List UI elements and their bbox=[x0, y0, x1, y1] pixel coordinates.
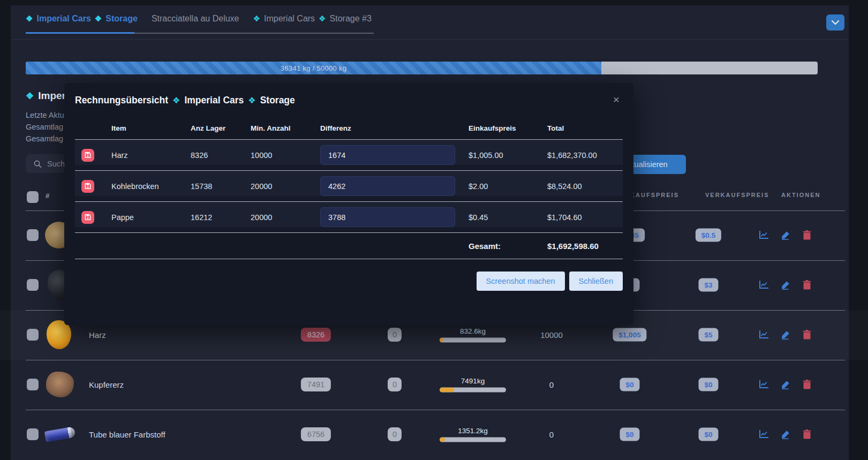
edit-icon[interactable] bbox=[781, 429, 790, 439]
invoice-min-anzahl: 10000 bbox=[251, 151, 320, 160]
close-button[interactable]: Schließen bbox=[569, 272, 623, 291]
weight-label: 7491kg bbox=[461, 377, 485, 385]
chart-icon[interactable] bbox=[759, 429, 769, 439]
invoice-total: $1,682,370.00 bbox=[547, 151, 623, 160]
diamond-icon: ❖ bbox=[95, 14, 102, 24]
row-checkbox[interactable] bbox=[27, 229, 39, 241]
col-item: Item bbox=[111, 124, 191, 132]
dropdown-button[interactable] bbox=[826, 14, 844, 31]
min-stock-value: 10000 bbox=[540, 330, 563, 340]
header-divider bbox=[11, 39, 849, 40]
sale-price-badge: $0 bbox=[698, 378, 718, 391]
save-button[interactable] bbox=[81, 211, 94, 224]
differenz-input[interactable] bbox=[320, 176, 455, 196]
save-button[interactable] bbox=[81, 149, 94, 162]
active-tab-underline bbox=[26, 32, 134, 34]
table-row-kupfererz: Kupfererz 7491 0 7491kg 0 $0 $0 bbox=[0, 360, 868, 410]
chart-icon[interactable] bbox=[759, 230, 769, 240]
modal-title-text: Imperial Cars bbox=[184, 95, 244, 106]
diamond-icon: ❖ bbox=[248, 95, 255, 105]
stock-count-badge: 8326 bbox=[301, 328, 331, 342]
row-checkbox[interactable] bbox=[27, 329, 39, 341]
edit-icon[interactable] bbox=[781, 280, 790, 290]
tab-bar: ❖ Imperial Cars ❖ Storage Stracciatella … bbox=[26, 14, 372, 24]
invoice-einkaufspreis: $1,005.00 bbox=[469, 151, 547, 160]
col-total: Total bbox=[547, 124, 623, 132]
invoice-total: $8,524.00 bbox=[547, 182, 623, 191]
invoice-total: $1,704.60 bbox=[547, 213, 623, 222]
item-name: Tube blauer Farbstoff bbox=[89, 430, 165, 439]
modal-title-text: Storage bbox=[260, 95, 295, 106]
row-checkbox[interactable] bbox=[27, 428, 39, 440]
diamond-icon: ❖ bbox=[172, 95, 180, 105]
weight-label: 1351.2kg bbox=[458, 427, 488, 435]
invoice-row-harz: Harz 8326 10000 $1,005.00 $1,682,370.00 bbox=[75, 140, 623, 171]
min-stock-value: 0 bbox=[549, 380, 554, 389]
column-header-hash: # bbox=[46, 192, 49, 200]
differenz-input[interactable] bbox=[320, 207, 455, 227]
edit-icon[interactable] bbox=[781, 230, 790, 240]
page-title-text: Imper bbox=[38, 90, 66, 102]
tab-imperial-cars-storage-3[interactable]: ❖ Imperial Cars ❖ Storage #3 bbox=[253, 14, 372, 24]
chart-icon[interactable] bbox=[759, 330, 769, 340]
floppy-icon bbox=[85, 214, 91, 221]
weight-cell: 7491kg bbox=[440, 377, 506, 393]
tab-label: Storage #3 bbox=[330, 14, 372, 24]
weight-bar-fill bbox=[440, 338, 443, 343]
save-button[interactable] bbox=[81, 180, 94, 193]
purchase-price-badge: $0 bbox=[620, 428, 639, 441]
col-min-anzahl: Min. Anzahl bbox=[251, 124, 320, 132]
edit-icon[interactable] bbox=[781, 380, 790, 389]
delete-icon[interactable] bbox=[803, 429, 811, 439]
tab-imperial-cars-storage[interactable]: ❖ Imperial Cars ❖ Storage bbox=[26, 14, 138, 24]
edit-icon[interactable] bbox=[781, 330, 790, 340]
weight-bar-track bbox=[440, 338, 506, 343]
tab-label: Stracciatella au Deluxe bbox=[152, 14, 239, 24]
row-checkbox[interactable] bbox=[27, 279, 39, 291]
last-update-label: Letzte Aktu bbox=[26, 111, 64, 119]
screenshot-button[interactable]: Screenshot machen bbox=[477, 272, 565, 291]
stock-count-badge: 6756 bbox=[301, 427, 331, 441]
col-differenz: Differenz bbox=[320, 124, 469, 132]
modal-footer: Screenshot machen Schließen bbox=[64, 259, 633, 291]
row-checkbox[interactable] bbox=[27, 379, 39, 390]
tab-stracciatella-au-deluxe[interactable]: Stracciatella au Deluxe bbox=[152, 14, 239, 24]
floppy-icon bbox=[85, 152, 91, 159]
delete-icon[interactable] bbox=[803, 380, 811, 389]
tab-label: Storage bbox=[105, 14, 138, 24]
diamond-icon: ❖ bbox=[26, 91, 34, 102]
total-storage-label: Gesamtlag bbox=[26, 123, 63, 131]
floppy-icon bbox=[85, 183, 91, 190]
select-all-checkbox[interactable] bbox=[27, 191, 39, 203]
column-header-verkaufspreis: VERKAUFSPREIS bbox=[705, 192, 769, 198]
col-einkaufspreis: Einkaufspreis bbox=[469, 124, 547, 132]
invoice-anz-lager: 16212 bbox=[191, 213, 251, 222]
delete-icon[interactable] bbox=[803, 330, 811, 340]
storage-capacity-bar: 36341 kg / 50000 kg bbox=[26, 62, 818, 74]
item-image-kupfererz bbox=[46, 372, 74, 397]
page-title: ❖ Imper bbox=[26, 90, 66, 102]
invoice-min-anzahl: 20000 bbox=[251, 182, 320, 191]
invoice-item-name: Harz bbox=[111, 151, 191, 160]
invoice-einkaufspreis: $2.00 bbox=[469, 182, 547, 191]
close-icon[interactable]: × bbox=[613, 94, 620, 105]
diamond-icon: ❖ bbox=[26, 14, 33, 24]
delete-icon[interactable] bbox=[803, 230, 811, 240]
invoice-item-name: Kohlebrocken bbox=[111, 182, 191, 191]
reserved-count-badge: 0 bbox=[388, 427, 402, 441]
storage-bar-label: 36341 kg / 50000 kg bbox=[281, 64, 347, 72]
chart-icon[interactable] bbox=[759, 380, 769, 389]
invoice-anz-lager: 8326 bbox=[191, 151, 251, 160]
weight-bar-track bbox=[440, 388, 506, 393]
app-root: ❖ Imperial Cars ❖ Storage Stracciatella … bbox=[0, 0, 868, 460]
sale-price-badge: $3 bbox=[698, 278, 718, 292]
differenz-input[interactable] bbox=[320, 145, 455, 165]
reserved-count-badge: 0 bbox=[388, 328, 402, 342]
item-name: Kupfererz bbox=[89, 380, 124, 389]
delete-icon[interactable] bbox=[803, 280, 811, 290]
gesamt-label: Gesamt: bbox=[469, 242, 547, 251]
invoice-overview-modal: Rechnungsübersicht ❖ Imperial Cars ❖ Sto… bbox=[64, 83, 633, 325]
invoice-min-anzahl: 20000 bbox=[251, 213, 320, 222]
chart-icon[interactable] bbox=[759, 280, 769, 290]
invoice-total-row: Gesamt: $1,692,598.60 bbox=[75, 233, 623, 259]
